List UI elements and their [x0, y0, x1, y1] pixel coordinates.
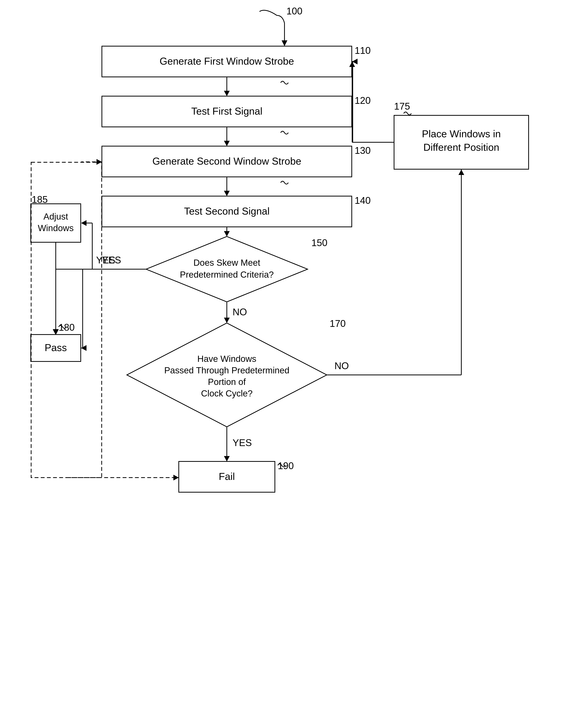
dashed-arrowhead-fail	[173, 475, 179, 481]
label-180: 180	[59, 322, 75, 333]
arrowhead-windows-no-up	[459, 170, 464, 175]
arrowhead-windows-yes-fail	[224, 456, 230, 461]
start-curve	[259, 10, 277, 15]
label-170: 170	[330, 318, 345, 329]
arrowhead-test2-skew	[224, 231, 230, 236]
squiggle-130	[281, 181, 288, 184]
have-windows-label1: Have Windows	[197, 354, 256, 364]
generate-second-label: Generate Second Window Strobe	[152, 155, 301, 167]
squiggle-120	[281, 131, 288, 134]
pass-label: Pass	[45, 342, 67, 353]
place-windows-label2: Different Position	[423, 142, 499, 153]
squiggle-175	[404, 112, 411, 115]
does-skew-meet-diamond	[146, 236, 308, 302]
generate-first-label: Generate First Window Strobe	[160, 56, 294, 67]
yes-skew-label: YES	[96, 255, 115, 266]
does-skew-label2: Predetermined Criteria?	[180, 270, 274, 279]
no2-label: NO	[334, 360, 349, 371]
arrowhead-gen1-test1	[224, 91, 230, 96]
arrowhead-skew-no-windows	[224, 318, 230, 323]
label-100: 100	[287, 6, 302, 17]
label-120: 120	[355, 95, 371, 106]
have-windows-label4: Clock Cycle?	[201, 388, 253, 398]
fail-label: Fail	[219, 471, 235, 482]
yes2-label: YES	[233, 437, 252, 448]
test-second-label: Test Second Signal	[184, 206, 270, 217]
label-110: 110	[355, 45, 371, 56]
start-arrowhead	[281, 40, 287, 46]
have-windows-label2: Passed Through Predetermined	[164, 365, 289, 375]
arrowhead-adjust-pass	[53, 329, 59, 335]
label-130: 130	[355, 145, 371, 156]
label-190: 190	[278, 461, 294, 471]
arrowhead-test1-gen2	[224, 141, 230, 146]
label-140: 140	[355, 195, 371, 206]
flowchart-diagram: Generate First Window Strobe Test First …	[0, 0, 588, 716]
no1-label: NO	[233, 307, 247, 317]
label-175: 175	[394, 101, 410, 112]
label-150: 150	[311, 237, 327, 248]
squiggle-110	[281, 81, 288, 84]
test-first-label: Test First Signal	[191, 106, 262, 117]
place-windows-label1: Place Windows in	[422, 128, 501, 140]
have-windows-label3: Portion of	[208, 377, 246, 387]
adjust-windows-label2: Windows	[38, 223, 74, 233]
label-185: 185	[32, 194, 48, 205]
adjust-windows-label1: Adjust	[43, 211, 68, 222]
does-skew-label1: Does Skew Meet	[193, 258, 260, 268]
arrowhead-gen2-test2	[224, 191, 230, 196]
